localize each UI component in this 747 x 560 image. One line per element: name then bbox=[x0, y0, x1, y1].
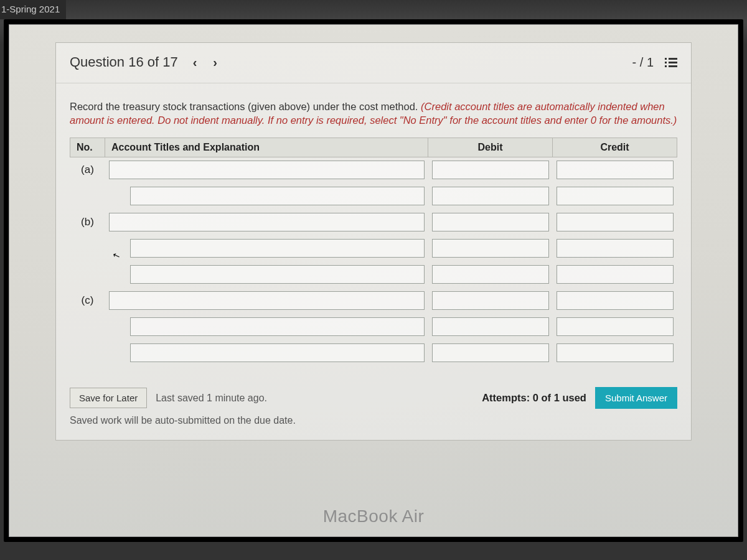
col-header-credit: Credit bbox=[553, 138, 677, 157]
credit-input[interactable] bbox=[557, 239, 674, 258]
row-number bbox=[70, 261, 105, 287]
account-title-input[interactable] bbox=[130, 239, 425, 258]
table-row: (a) bbox=[70, 157, 677, 183]
account-title-input[interactable] bbox=[109, 161, 425, 179]
account-title-input[interactable] bbox=[109, 213, 425, 231]
row-number bbox=[70, 340, 105, 366]
screen-bezel: Question 16 of 17 ‹ › - / 1 bbox=[4, 19, 743, 542]
credit-input[interactable] bbox=[557, 161, 674, 179]
col-header-no: No. bbox=[70, 138, 105, 157]
last-saved-text: Last saved 1 minute ago. bbox=[156, 393, 267, 404]
credit-input[interactable] bbox=[557, 343, 674, 362]
row-number bbox=[70, 235, 105, 261]
attempts-text: Attempts: 0 of 1 used bbox=[482, 392, 586, 404]
next-question-button[interactable]: › bbox=[213, 55, 217, 70]
table-row bbox=[70, 261, 677, 287]
table-row: (b) bbox=[70, 209, 677, 235]
submit-answer-button[interactable]: Submit Answer bbox=[595, 387, 677, 409]
row-number: (c) bbox=[70, 287, 105, 314]
credit-input[interactable] bbox=[557, 265, 674, 284]
table-row bbox=[70, 314, 677, 340]
row-number: (a) bbox=[70, 157, 105, 183]
row-number bbox=[70, 314, 105, 340]
browser-tab-title: 1-Spring 2021 bbox=[0, 0, 66, 19]
credit-input[interactable] bbox=[557, 187, 674, 205]
table-row bbox=[70, 183, 677, 209]
account-title-input[interactable] bbox=[130, 317, 425, 336]
journal-entry-table: No. Account Titles and Explanation Debit… bbox=[70, 138, 677, 366]
col-header-debit: Debit bbox=[428, 138, 553, 157]
question-list-icon[interactable] bbox=[665, 58, 677, 67]
debit-input[interactable] bbox=[432, 343, 549, 362]
debit-input[interactable] bbox=[432, 161, 549, 179]
account-title-input[interactable] bbox=[130, 343, 425, 362]
question-header: Question 16 of 17 ‹ › - / 1 bbox=[56, 43, 691, 83]
screen: Question 16 of 17 ‹ › - / 1 bbox=[9, 24, 738, 537]
instructions-plain: Record the treasury stock transactions (… bbox=[70, 101, 421, 112]
row-number bbox=[70, 183, 105, 209]
debit-input[interactable] bbox=[432, 187, 549, 205]
score-indicator: - / 1 bbox=[632, 55, 654, 70]
credit-input[interactable] bbox=[557, 317, 674, 336]
debit-input[interactable] bbox=[432, 213, 549, 231]
question-card: Question 16 of 17 ‹ › - / 1 bbox=[55, 42, 692, 441]
debit-input[interactable] bbox=[432, 265, 549, 284]
table-row bbox=[70, 340, 677, 366]
credit-input[interactable] bbox=[557, 213, 674, 231]
footer-row: Save for Later Last saved 1 minute ago. … bbox=[70, 387, 677, 409]
account-title-input[interactable] bbox=[109, 291, 425, 310]
save-for-later-button[interactable]: Save for Later bbox=[70, 388, 147, 408]
question-instructions: Record the treasury stock transactions (… bbox=[70, 100, 677, 128]
device-label: MacBook Air bbox=[323, 506, 425, 526]
debit-input[interactable] bbox=[432, 239, 549, 258]
col-header-account: Account Titles and Explanation bbox=[105, 138, 428, 157]
question-counter: Question 16 of 17 bbox=[70, 54, 178, 70]
debit-input[interactable] bbox=[432, 291, 549, 310]
credit-input[interactable] bbox=[557, 291, 674, 310]
prev-question-button[interactable]: ‹ bbox=[193, 55, 197, 70]
autosave-note: Saved work will be auto-submitted on the… bbox=[70, 415, 677, 426]
table-row: (c) bbox=[70, 287, 677, 314]
account-title-input[interactable] bbox=[130, 265, 425, 284]
table-row bbox=[70, 235, 677, 261]
row-number: (b) bbox=[70, 209, 105, 235]
debit-input[interactable] bbox=[432, 317, 549, 336]
account-title-input[interactable] bbox=[130, 187, 425, 205]
